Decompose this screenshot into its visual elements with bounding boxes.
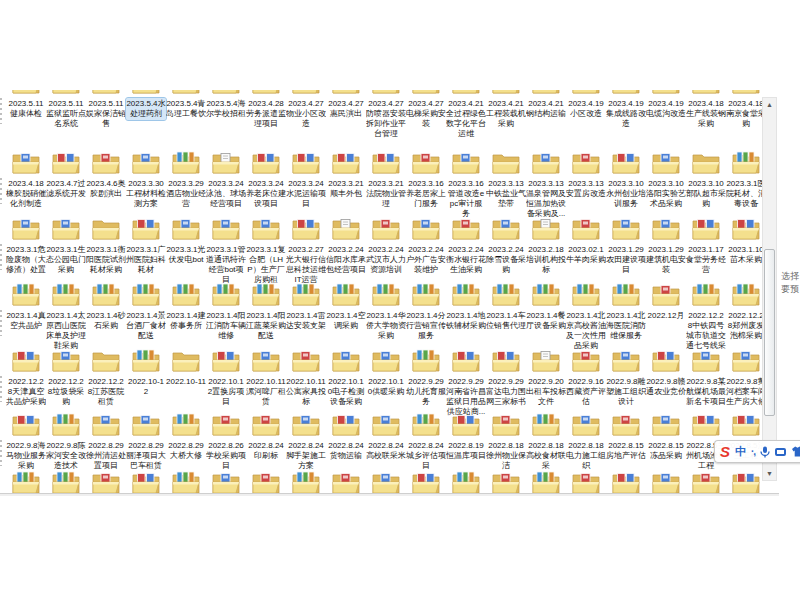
- folder-label: 2022.10-12: [126, 376, 166, 398]
- punctuation-icon[interactable]: ·,: [751, 447, 755, 457]
- folder-icon: [606, 408, 646, 438]
- folder-icon: [566, 90, 606, 96]
- preview-pane-hint: 选择要预览的文件: [781, 270, 800, 297]
- view-bottom-border-shade: [0, 494, 779, 496]
- folder-icon: [286, 212, 326, 242]
- chinese-mode-icon[interactable]: 中: [735, 446, 746, 457]
- skin-icon[interactable]: [791, 446, 800, 457]
- folder-icon: [206, 90, 246, 96]
- folder-icon: [566, 212, 606, 242]
- folder-icon: [246, 466, 286, 493]
- folder-icon: [166, 344, 206, 374]
- folder-icon: [246, 278, 286, 308]
- folder-icon: [86, 90, 126, 96]
- folder-label: 2023.2.24除雪设备采购: [486, 244, 526, 276]
- folder-label: 2023.4.18橡胶脱硝催化剂制造: [6, 178, 46, 210]
- folder-label: 2022.8.24货物运输: [326, 440, 366, 462]
- folder-label: 2023.1.4餐厅设备采购: [526, 310, 566, 332]
- folder-label: 2023.3.24水泥运输项目: [286, 178, 326, 210]
- folder-icon: [366, 90, 406, 96]
- folder-label: 2023.5.4水处理药剂: [126, 98, 166, 120]
- folder-label: 2023.2.24信阳水库承包经营项目: [326, 244, 366, 276]
- folder-icon: [166, 146, 206, 176]
- folder-icon: [566, 466, 606, 493]
- scroll-up-icon[interactable]: ▲: [763, 98, 776, 111]
- folder-label: 2023.1.4雷达安装支架: [286, 310, 326, 332]
- folder-icon: [366, 146, 406, 176]
- folder-icon: [206, 278, 246, 308]
- folder-icon: [6, 408, 46, 438]
- folder-icon: [726, 408, 766, 438]
- folder-icon: [406, 344, 446, 374]
- folder-label: 2022.10.12置换房项目: [206, 376, 246, 408]
- folder-icon: [646, 90, 686, 96]
- scroll-down-icon[interactable]: ▼: [763, 467, 776, 480]
- folder-label: 2022.9.8雕塑施工组织设计: [606, 376, 646, 408]
- folder-icon: [446, 344, 486, 374]
- vertical-scrollbar[interactable]: ▲ ▼: [762, 97, 777, 481]
- folder-icon: [686, 90, 726, 96]
- folder-label: 2023.1.4空调采购: [326, 310, 366, 332]
- folder-icon: [46, 90, 86, 96]
- folder-icon: [166, 408, 206, 438]
- scrollbar-thumb[interactable]: [764, 249, 775, 416]
- folder-label: 2022.10.11公寓家具投标: [286, 376, 326, 408]
- folder-icon: [166, 278, 206, 308]
- folder-icon: [486, 344, 526, 374]
- folder-icon: [326, 408, 366, 438]
- folder-icon: [486, 278, 526, 308]
- folder-label: 2022.12.28天津真空共晶炉采购: [6, 376, 46, 408]
- folder-label: 2023.4.21钢结构运输: [526, 98, 566, 120]
- folder-label: 2023.3.30工程材料检测方案: [126, 178, 166, 210]
- folder-label: 2022.10.10电子检测设备采购: [326, 376, 366, 408]
- folder-label: 2023.4.27物业小区改造: [286, 98, 326, 130]
- folder-label: 2022.10.11漯河啤厂租赁: [246, 376, 286, 408]
- folder-label: 2022.10.10供暖采购: [366, 376, 406, 398]
- folder-icon: [486, 146, 526, 176]
- voice-icon[interactable]: [760, 446, 770, 458]
- folder-icon: [86, 466, 126, 493]
- folder-icon: [566, 146, 606, 176]
- folder-label: 2022.12.28江苏医院租赁: [86, 376, 126, 408]
- folder-label: 2023.3.1生态公园电门采购: [46, 244, 86, 276]
- folder-label: 2022.8.15冻品采购: [646, 440, 686, 462]
- folder-icon: [366, 408, 406, 438]
- folder-label: 2023.1.4北海医院消防维保服务: [606, 310, 646, 342]
- folder-icon: [726, 146, 766, 176]
- folder-label: 2023.4.19小区改造: [566, 98, 606, 120]
- folder-icon: [726, 466, 766, 493]
- folder-icon: [486, 90, 526, 96]
- folder-icon: [726, 90, 766, 96]
- folder-label: 2022.8.15房地产评估: [606, 440, 646, 462]
- folder-label: 2023.1.4砂石采购: [86, 310, 126, 332]
- folder-icon: [726, 212, 766, 242]
- folder-icon: [246, 146, 286, 176]
- folder-label: 2022.8.29大桥大修: [166, 440, 206, 462]
- ime-toolbar[interactable]: S 中 ·,: [714, 440, 800, 463]
- folder-label: 2023.5.11健康体检: [6, 98, 46, 120]
- folder-icon: [286, 344, 326, 374]
- folder-label: 2022.9.8赣通农业竞价: [646, 376, 686, 398]
- folder-icon: [526, 408, 566, 438]
- folder-icon: [366, 344, 406, 374]
- folder-icon: [6, 212, 46, 242]
- folder-icon: [246, 212, 286, 242]
- folder-icon: [46, 344, 86, 374]
- folder-label: 2023.3.21法院物业管理: [366, 178, 406, 210]
- folder-icon: [446, 212, 486, 242]
- folder-label: 2023.4.27惠民演出: [326, 98, 366, 120]
- folder-icon: [526, 146, 566, 176]
- folder-icon: [406, 212, 446, 242]
- folder-icon: [46, 212, 86, 242]
- folder-label: 2023.2.24户外广告安装维护: [406, 244, 446, 276]
- file-grid: 2023.5.11健康体检2023.5.11监狱监听点名系统2023.5.11娱…: [0, 90, 780, 493]
- folder-label: 2023.1.4景台酒厂食材配送: [126, 310, 166, 342]
- folder-label: 2023.3.21顺丰外包: [326, 178, 366, 200]
- folder-label: 2023.3.10部队超市采购: [686, 178, 726, 210]
- folder-icon: [606, 212, 646, 242]
- folder-label: 2022.9.8黄河档案车间生产房大修: [726, 376, 766, 408]
- keyboard-icon[interactable]: [775, 448, 786, 456]
- ime-logo-icon[interactable]: S: [720, 444, 730, 459]
- folder-icon: [86, 278, 126, 308]
- folder-label: 2023.1.4地铁辅材采购: [446, 310, 486, 332]
